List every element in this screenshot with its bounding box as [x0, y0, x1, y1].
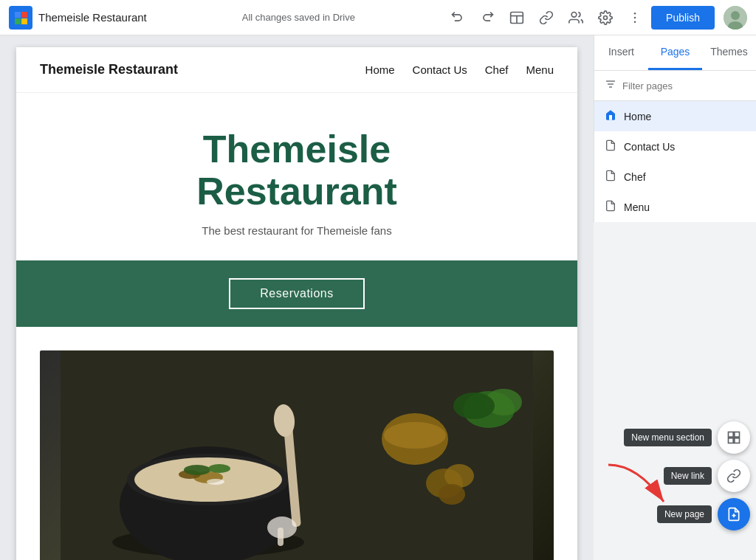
- topbar-actions: Publish: [444, 4, 747, 31]
- svg-point-37: [453, 393, 495, 419]
- main-layout: Themeisle Restaurant Home Contact Us Che…: [0, 35, 756, 560]
- new-page-tooltip: New page: [657, 505, 712, 523]
- svg-point-9: [634, 12, 636, 14]
- hero-title-line1: Themeisle: [40, 128, 554, 170]
- user-avatar[interactable]: [724, 6, 747, 30]
- redo-button[interactable]: [474, 4, 501, 31]
- save-status: All changes saved in Drive: [159, 12, 439, 23]
- reservations-band: Reservations: [16, 260, 577, 327]
- page-item-menu[interactable]: Menu: [594, 192, 756, 222]
- sidebar-wrapper: Insert Pages Themes: [594, 35, 756, 560]
- doc-icon-menu: [605, 200, 616, 214]
- site-logo: Themeisle Restaurant: [40, 62, 178, 77]
- nav-menu[interactable]: Menu: [526, 63, 554, 76]
- nav-contact[interactable]: Contact Us: [413, 63, 467, 76]
- layout-button[interactable]: [504, 4, 530, 31]
- hero-title-line2: Restaurant: [40, 170, 554, 212]
- doc-icon-chef: [605, 170, 616, 184]
- food-image: [40, 350, 554, 560]
- filter-pages-input[interactable]: [622, 80, 746, 91]
- topbar: Themeisle Restaurant All changes saved i…: [0, 0, 756, 35]
- new-link-button[interactable]: [718, 460, 750, 492]
- svg-point-29: [384, 422, 446, 449]
- svg-rect-43: [729, 438, 734, 443]
- reservations-button[interactable]: Reservations: [229, 278, 364, 309]
- doc-icon-contact: [605, 139, 616, 153]
- pages-list: Home Contact Us Chef: [594, 101, 756, 222]
- preview-area: Themeisle Restaurant Home Contact Us Che…: [0, 35, 594, 560]
- page-label-contact: Contact Us: [624, 141, 675, 153]
- link-button[interactable]: [533, 4, 560, 31]
- nav-chef[interactable]: Chef: [485, 63, 509, 76]
- svg-rect-34: [278, 528, 284, 546]
- svg-point-23: [184, 465, 210, 475]
- svg-point-8: [604, 15, 608, 19]
- hero-title: Themeisle Restaurant: [40, 128, 554, 212]
- tab-themes[interactable]: Themes: [702, 35, 756, 70]
- document-title: Themeisle Restaurant: [38, 11, 147, 24]
- svg-rect-41: [729, 432, 734, 438]
- filter-pages-row: [594, 71, 756, 101]
- publish-button[interactable]: Publish: [651, 6, 715, 30]
- page-label-chef: Chef: [624, 171, 646, 183]
- svg-point-13: [731, 11, 740, 20]
- svg-point-31: [444, 464, 474, 488]
- nav-home[interactable]: Home: [365, 63, 395, 76]
- svg-point-32: [439, 484, 465, 505]
- tab-insert[interactable]: Insert: [594, 35, 648, 70]
- site-nav: Home Contact Us Chef Menu: [365, 63, 554, 76]
- svg-point-25: [207, 479, 224, 485]
- sidebar: Insert Pages Themes: [594, 35, 756, 222]
- svg-rect-1: [21, 12, 27, 18]
- settings-button[interactable]: [592, 4, 619, 31]
- website-frame: Themeisle Restaurant Home Contact Us Che…: [16, 47, 577, 560]
- new-menu-section-button[interactable]: [718, 421, 750, 454]
- page-label-menu: Menu: [624, 201, 650, 213]
- home-icon: [605, 109, 616, 123]
- site-header: Themeisle Restaurant Home Contact Us Che…: [16, 47, 577, 93]
- sidebar-tabs: Insert Pages Themes: [594, 35, 756, 71]
- tab-pages[interactable]: Pages: [648, 35, 702, 70]
- new-link-row: New link: [664, 460, 750, 492]
- page-label-home: Home: [624, 111, 651, 122]
- filter-icon: [605, 78, 616, 93]
- page-item-chef[interactable]: Chef: [594, 162, 756, 192]
- new-link-tooltip: New link: [664, 467, 712, 485]
- page-item-home[interactable]: Home: [594, 101, 756, 131]
- undo-button[interactable]: [444, 4, 471, 31]
- svg-point-10: [634, 16, 636, 18]
- more-button[interactable]: [622, 4, 648, 31]
- svg-point-11: [634, 21, 636, 23]
- new-menu-section-row: New menu section: [624, 421, 750, 454]
- site-hero: Themeisle Restaurant The best restaurant…: [16, 93, 577, 260]
- google-logo: [9, 6, 32, 30]
- new-menu-section-tooltip: New menu section: [624, 429, 712, 446]
- food-section: [16, 327, 577, 560]
- svg-rect-42: [735, 432, 740, 438]
- new-page-row: New page: [657, 498, 750, 530]
- svg-rect-2: [15, 18, 21, 24]
- svg-point-7: [571, 12, 577, 17]
- page-item-contact[interactable]: Contact Us: [594, 131, 756, 162]
- svg-rect-0: [15, 12, 21, 18]
- share-button[interactable]: [563, 4, 589, 31]
- svg-rect-44: [735, 438, 740, 443]
- floating-actions: New menu section New link New page: [624, 421, 750, 530]
- new-page-button[interactable]: [718, 498, 750, 530]
- hero-subtitle: The best restaurant for Themeisle fans: [40, 224, 554, 237]
- svg-rect-3: [21, 18, 27, 24]
- svg-point-24: [208, 464, 230, 473]
